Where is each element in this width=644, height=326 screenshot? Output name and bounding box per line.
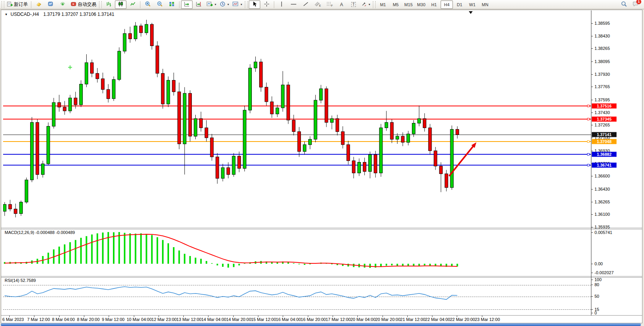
cursor-tool-button[interactable]	[249, 0, 260, 9]
new-order-icon	[7, 1, 13, 8]
zoom-in-button[interactable]	[142, 0, 154, 9]
timeframe-button-m1[interactable]: M1	[377, 0, 389, 9]
tile-windows-button[interactable]	[166, 0, 178, 9]
time-tick-label: 14 Mar 20:00	[226, 317, 251, 322]
bar-chart-button[interactable]	[103, 0, 114, 9]
candlestick-chart-icon	[118, 1, 124, 8]
periods-button[interactable]: ▾	[218, 0, 231, 9]
fibonacci-tool-button[interactable]: F	[324, 0, 335, 9]
toolbar-grip[interactable]	[245, 1, 248, 8]
search-button[interactable]	[618, 0, 630, 9]
trendline-icon	[303, 1, 309, 8]
toolbar-grip[interactable]	[373, 1, 376, 8]
price-tick-label: 1.37930	[594, 72, 610, 77]
rsi-scale-label: 50	[594, 294, 599, 299]
time-tick-label: 7 Mar 12:00	[27, 317, 50, 322]
notifications-button[interactable]: 1	[630, 0, 642, 9]
time-tick-label: 8 Mar 04:00	[52, 317, 75, 322]
price-tick-label: 1.38095	[594, 59, 610, 64]
price-axis-border	[591, 10, 591, 316]
toolbar-grip[interactable]	[2, 1, 4, 8]
bottom-scrollbar[interactable]	[1, 323, 641, 326]
horizontal-line-icon	[290, 1, 297, 8]
timeframe-button-d1[interactable]: D1	[453, 0, 466, 9]
horizontal-line-tool-button[interactable]	[288, 0, 299, 9]
rsi-scale-label: 100	[594, 277, 601, 282]
trendline-tool-button[interactable]	[300, 0, 311, 9]
signals-button[interactable]	[57, 0, 68, 9]
market-depth-button[interactable]	[33, 0, 44, 9]
macd-plot	[3, 229, 591, 276]
macd-scale-label: 0.005741	[594, 230, 612, 235]
chart-profile-icon	[48, 1, 54, 8]
time-tick-label: 15 Mar 12:00	[251, 317, 276, 322]
text-tool-button[interactable]: A	[336, 0, 347, 9]
rsi-indicator-label: RSI(14) 52.7589	[5, 278, 36, 283]
rsi-scale-label: 0	[594, 311, 597, 315]
profile-button[interactable]	[45, 0, 56, 9]
price-tick-label: 1.36600	[594, 174, 610, 178]
text-icon: A	[340, 2, 343, 7]
time-tick-label: 20 Mar 20:00	[376, 317, 401, 322]
candlestick-chart-button[interactable]	[115, 0, 126, 9]
dropdown-caret: ▾	[241, 3, 242, 6]
price-axis-badge: 1.37345	[592, 116, 617, 121]
chat-bubble-icon: 1	[632, 1, 639, 8]
text-label-tool-button[interactable]: T	[348, 0, 359, 9]
price-axis-badge: 1.37141	[592, 132, 617, 137]
main-toolbar: 新订单 自动交易	[0, 0, 644, 9]
dropdown-caret: ▾	[369, 3, 370, 6]
templates-button[interactable]: ▾	[231, 0, 244, 9]
new-order-label: 新订单	[14, 1, 28, 8]
bar-chart-icon	[106, 1, 112, 8]
fibonacci-icon: F	[326, 1, 333, 8]
pane-separator[interactable]	[1, 228, 642, 228]
arrows-icon	[361, 1, 367, 8]
fibonacci-letter: F	[331, 4, 333, 7]
gold-bar-icon	[36, 1, 42, 8]
toolbar-grip[interactable]	[99, 1, 102, 8]
new-order-button[interactable]: 新订单	[5, 0, 29, 9]
line-chart-icon	[130, 1, 136, 8]
time-tick-label: 16 Mar 20:00	[301, 317, 326, 322]
time-tick-label: 6 Mar 2023	[2, 317, 24, 322]
vertical-line-tool-button[interactable]	[276, 0, 287, 9]
tile-windows-icon	[169, 1, 175, 8]
indicators-button[interactable]: ▾	[205, 0, 218, 9]
search-icon	[621, 1, 627, 8]
timeframe-button-h4[interactable]: H4	[441, 0, 453, 9]
vertical-line-icon	[280, 1, 284, 8]
cursor-icon	[252, 1, 257, 8]
timeframe-button-m5[interactable]: M5	[389, 0, 402, 9]
dropdown-caret: ▾	[227, 3, 229, 6]
price-tick-label: 1.38430	[594, 34, 610, 38]
timeframe-button-w1[interactable]: W1	[466, 0, 478, 9]
timeframe-button-mn[interactable]: MN	[479, 0, 491, 9]
timeframe-button-m30[interactable]: M30	[415, 0, 427, 9]
price-tick-label: 1.36430	[594, 187, 610, 191]
price-axis-badge: 1.36741	[592, 163, 617, 168]
macd-indicator-label: MACD(12,26,9) -0.000488 -0.000489	[5, 230, 75, 235]
add-indicator-icon	[207, 1, 213, 8]
crosshair-tool-button[interactable]	[261, 0, 272, 9]
auto-trading-label: 自动交易	[78, 1, 96, 8]
time-tick-label: 14 Mar 04:00	[201, 317, 226, 322]
auto-trading-button[interactable]: 自动交易	[69, 0, 98, 9]
zoom-in-icon	[145, 1, 151, 8]
time-tick-label: 17 Mar 12:00	[326, 317, 351, 322]
timeframe-button-m15[interactable]: M15	[402, 0, 415, 9]
zoom-out-button[interactable]	[154, 0, 166, 9]
time-tick-label: 22 Mar 04:00	[425, 317, 450, 322]
trading-terminal-window: 新订单 自动交易	[0, 0, 644, 326]
time-tick-label: 13 Mar 12:00	[176, 317, 202, 322]
channel-tool-button[interactable]: E	[312, 0, 323, 9]
rsi-plot	[3, 278, 591, 315]
arrows-tool-button[interactable]: ▾	[360, 0, 372, 9]
timeframe-button-h1[interactable]: H1	[428, 0, 440, 9]
dropdown-caret: ▾	[215, 3, 216, 6]
pane-separator[interactable]	[1, 276, 642, 277]
time-tick-label: 22 Mar 20:00	[450, 317, 475, 322]
auto-scroll-button[interactable]	[181, 0, 193, 9]
chart-shift-button[interactable]	[193, 0, 205, 9]
line-chart-button[interactable]	[127, 0, 138, 9]
